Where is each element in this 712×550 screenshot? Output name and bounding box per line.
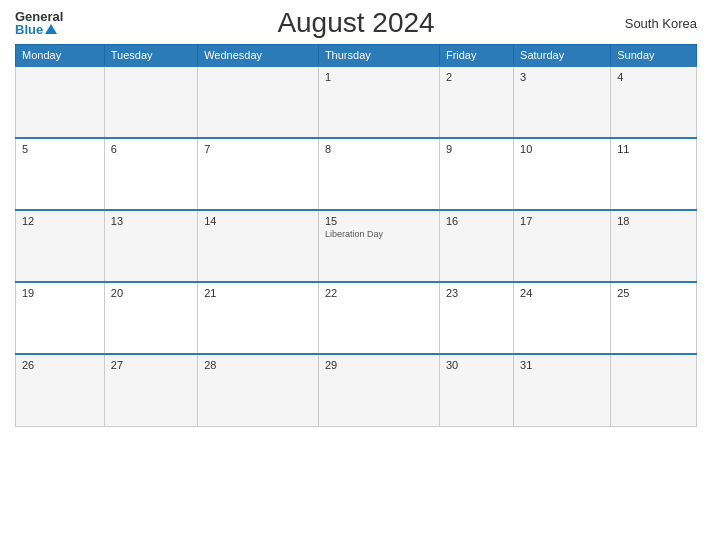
calendar-cell: 10 <box>514 138 611 210</box>
calendar-cell <box>104 66 197 138</box>
day-number: 18 <box>617 215 690 227</box>
calendar-cell: 6 <box>104 138 197 210</box>
day-number: 9 <box>446 143 507 155</box>
calendar-cell: 22 <box>318 282 439 354</box>
day-number: 6 <box>111 143 191 155</box>
weekday-header-sunday: Sunday <box>611 45 697 67</box>
calendar-cell <box>198 66 319 138</box>
day-number: 3 <box>520 71 604 83</box>
calendar-cell: 15Liberation Day <box>318 210 439 282</box>
weekday-header-thursday: Thursday <box>318 45 439 67</box>
week-row-3: 12131415Liberation Day161718 <box>16 210 697 282</box>
day-number: 19 <box>22 287 98 299</box>
calendar-cell: 29 <box>318 354 439 426</box>
calendar-cell: 26 <box>16 354 105 426</box>
day-number: 2 <box>446 71 507 83</box>
calendar-cell: 1 <box>318 66 439 138</box>
logo-blue-text: Blue <box>15 23 43 36</box>
day-number: 15 <box>325 215 433 227</box>
country-label: South Korea <box>625 16 697 31</box>
calendar-cell: 12 <box>16 210 105 282</box>
calendar-cell: 28 <box>198 354 319 426</box>
day-number: 10 <box>520 143 604 155</box>
calendar-body: 123456789101112131415Liberation Day16171… <box>16 66 697 426</box>
calendar-cell: 17 <box>514 210 611 282</box>
calendar-header: General Blue August 2024 South Korea <box>15 10 697 36</box>
day-number: 8 <box>325 143 433 155</box>
day-number: 25 <box>617 287 690 299</box>
calendar-cell: 2 <box>439 66 513 138</box>
day-number: 14 <box>204 215 312 227</box>
calendar-cell: 21 <box>198 282 319 354</box>
calendar-thead: MondayTuesdayWednesdayThursdayFridaySatu… <box>16 45 697 67</box>
day-number: 16 <box>446 215 507 227</box>
day-number: 22 <box>325 287 433 299</box>
calendar-cell: 13 <box>104 210 197 282</box>
calendar-cell: 7 <box>198 138 319 210</box>
day-number: 4 <box>617 71 690 83</box>
day-number: 17 <box>520 215 604 227</box>
day-number: 24 <box>520 287 604 299</box>
calendar-cell: 8 <box>318 138 439 210</box>
day-number: 20 <box>111 287 191 299</box>
calendar-table: MondayTuesdayWednesdayThursdayFridaySatu… <box>15 44 697 427</box>
calendar-cell: 24 <box>514 282 611 354</box>
logo: General Blue <box>15 10 63 36</box>
calendar-cell: 19 <box>16 282 105 354</box>
weekday-header-wednesday: Wednesday <box>198 45 319 67</box>
calendar-cell: 5 <box>16 138 105 210</box>
day-number: 1 <box>325 71 433 83</box>
calendar-cell: 18 <box>611 210 697 282</box>
day-number: 29 <box>325 359 433 371</box>
calendar-cell: 25 <box>611 282 697 354</box>
calendar-cell: 31 <box>514 354 611 426</box>
day-number: 27 <box>111 359 191 371</box>
day-number: 13 <box>111 215 191 227</box>
calendar-cell: 3 <box>514 66 611 138</box>
calendar-cell: 20 <box>104 282 197 354</box>
day-number: 12 <box>22 215 98 227</box>
weekday-header-friday: Friday <box>439 45 513 67</box>
calendar-cell: 16 <box>439 210 513 282</box>
calendar-cell: 4 <box>611 66 697 138</box>
day-number: 5 <box>22 143 98 155</box>
day-number: 11 <box>617 143 690 155</box>
event-label: Liberation Day <box>325 229 433 239</box>
day-number: 23 <box>446 287 507 299</box>
weekday-header-monday: Monday <box>16 45 105 67</box>
calendar-cell: 27 <box>104 354 197 426</box>
calendar-container: General Blue August 2024 South Korea Mon… <box>0 0 712 550</box>
day-number: 7 <box>204 143 312 155</box>
logo-triangle-icon <box>45 24 57 34</box>
calendar-cell: 11 <box>611 138 697 210</box>
weekday-header-saturday: Saturday <box>514 45 611 67</box>
weekday-header-row: MondayTuesdayWednesdayThursdayFridaySatu… <box>16 45 697 67</box>
calendar-title: August 2024 <box>277 7 434 39</box>
day-number: 21 <box>204 287 312 299</box>
calendar-cell: 14 <box>198 210 319 282</box>
week-row-5: 262728293031 <box>16 354 697 426</box>
calendar-cell: 23 <box>439 282 513 354</box>
day-number: 26 <box>22 359 98 371</box>
week-row-4: 19202122232425 <box>16 282 697 354</box>
calendar-cell <box>611 354 697 426</box>
week-row-2: 567891011 <box>16 138 697 210</box>
calendar-cell <box>16 66 105 138</box>
week-row-1: 1234 <box>16 66 697 138</box>
day-number: 30 <box>446 359 507 371</box>
day-number: 28 <box>204 359 312 371</box>
calendar-cell: 9 <box>439 138 513 210</box>
day-number: 31 <box>520 359 604 371</box>
calendar-cell: 30 <box>439 354 513 426</box>
weekday-header-tuesday: Tuesday <box>104 45 197 67</box>
logo-blue-row: Blue <box>15 23 63 36</box>
